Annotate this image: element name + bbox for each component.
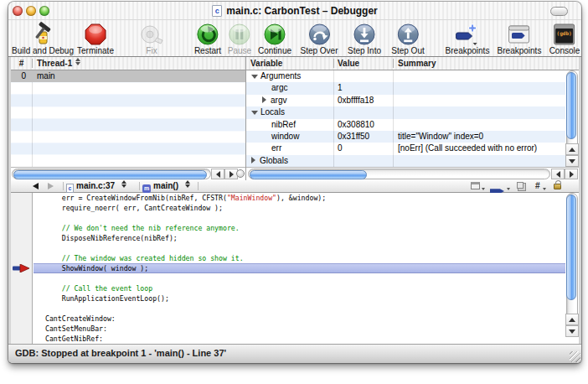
threads-pane: # Thread-1 0 main	[11, 57, 245, 180]
tape-icon	[140, 22, 163, 45]
fix-button[interactable]: Fix	[140, 22, 163, 55]
sort-indicator-icon	[75, 58, 80, 65]
disclosure-open-icon[interactable]	[251, 111, 258, 115]
scroll-down-button[interactable]	[565, 325, 579, 337]
scroll-up-button[interactable]	[565, 143, 579, 155]
status-bar: GDB: Stopped at breakpoint 1 - 'main() -…	[8, 344, 581, 363]
variable-row-arguments[interactable]: Arguments	[246, 70, 565, 82]
column-header-value[interactable]: Value	[338, 57, 359, 70]
lock-icon[interactable]	[554, 184, 561, 189]
variable-row-locals[interactable]: Locals	[246, 106, 565, 118]
debugger-window: c main.c: CarbonTest – Debugger Build an…	[8, 2, 581, 363]
code-lines[interactable]: err = CreateWindowFromNib(nibRef, CFSTR(…	[34, 193, 565, 344]
file-popup[interactable]: cmain.c:37	[66, 180, 126, 193]
stop-octagon-icon	[85, 22, 106, 45]
scrollbar-thumb[interactable]	[250, 170, 367, 179]
continue-button[interactable]: Continue	[258, 22, 291, 55]
current-line-highlight: ShowWindow( window );	[34, 263, 565, 273]
copy-icon-button[interactable]	[517, 182, 524, 189]
scrollbar-track[interactable]	[248, 169, 550, 179]
pause-button[interactable]: Pause	[228, 22, 251, 55]
column-header-number[interactable]: #	[11, 57, 32, 70]
hammer-icon	[30, 22, 55, 45]
toolbar-toggle-pill[interactable]	[550, 7, 568, 16]
terminate-button[interactable]: Terminate	[77, 22, 114, 55]
disclosure-open-icon[interactable]	[251, 75, 258, 79]
content-area: # Thread-1 0 main	[8, 57, 581, 344]
code-editor[interactable]: err = CreateWindowFromNib(nibRef, CFSTR(…	[11, 193, 579, 344]
scroll-right-button[interactable]	[565, 169, 578, 179]
variables-rows: Arguments argc1 argv0xbffffa18 Locals ni…	[246, 70, 565, 167]
splitter-handle[interactable]	[236, 169, 245, 178]
variable-row-window[interactable]: window0x31ff50title="Window" index=0	[246, 131, 565, 143]
step-into-circle-icon	[353, 22, 375, 45]
scrollbar-thumb[interactable]	[566, 195, 576, 300]
scrollbar-track[interactable]	[12, 169, 211, 179]
disclosure-closed-icon[interactable]	[262, 96, 266, 103]
variable-row-globals[interactable]: Globals	[246, 155, 565, 167]
status-text: GDB: Stopped at breakpoint 1 - 'main() -…	[15, 348, 226, 358]
threads-rows: 0 main	[11, 70, 245, 167]
scroll-down-button[interactable]	[565, 155, 579, 167]
scroll-left-button[interactable]	[211, 169, 224, 179]
close-button[interactable]	[13, 6, 23, 16]
step-over-circle-icon	[308, 22, 330, 45]
popup-arrows-icon	[121, 180, 126, 188]
breakpoint-plus-icon	[453, 22, 482, 45]
minimize-button[interactable]	[26, 6, 36, 16]
zoom-button[interactable]	[39, 6, 49, 16]
step-over-button[interactable]: Step Over	[300, 22, 338, 55]
restart-circle-icon	[197, 22, 219, 45]
build-and-debug-button[interactable]: Build and Debug	[12, 22, 74, 55]
window-icon-button[interactable]	[471, 182, 480, 189]
forward-button[interactable]	[48, 183, 54, 189]
scroll-up-button[interactable]	[565, 314, 579, 325]
svg-text:(gdb): (gdb)	[557, 30, 572, 37]
titlebar[interactable]: c main.c: CarbonTest – Debugger	[8, 2, 581, 20]
step-into-button[interactable]: Step Into	[348, 22, 381, 55]
variables-h-scrollbar	[246, 167, 579, 180]
step-out-circle-icon	[397, 22, 419, 45]
hash-icon-button[interactable]: #	[535, 181, 540, 190]
c-file-icon: c	[66, 184, 74, 193]
breakpoints-menu-button[interactable]: Breakpoints	[446, 22, 490, 55]
variable-row-argc[interactable]: argc1	[246, 82, 565, 94]
variables-pane: Variable Value Summary Arguments argc1	[245, 57, 579, 180]
breakpoints-window-icon	[508, 22, 531, 45]
variable-row-err[interactable]: err0[noErr] (Call succeeded with no erro…	[246, 143, 565, 154]
toolbar: Build and Debug Terminate Fix	[8, 20, 581, 57]
pause-circle-icon	[229, 22, 250, 45]
program-counter-arrow-icon[interactable]	[13, 264, 31, 272]
restart-button[interactable]: Restart	[194, 22, 221, 55]
window-title: main.c: CarbonTest – Debugger	[226, 5, 377, 17]
editor-v-scrollbar	[565, 193, 579, 337]
scrollbar-thumb[interactable]	[13, 170, 207, 179]
column-header-variable[interactable]: Variable	[250, 57, 282, 70]
back-button[interactable]	[33, 183, 39, 189]
threads-h-scrollbar	[11, 167, 245, 180]
scrollbar-thumb[interactable]	[566, 72, 576, 139]
debug-panes: # Thread-1 0 main	[11, 57, 579, 180]
resize-grip[interactable]	[570, 351, 580, 362]
function-popup[interactable]: mmain()	[142, 180, 190, 193]
column-header-summary[interactable]: Summary	[398, 57, 436, 70]
console-button[interactable]: (gdb) Console	[549, 22, 580, 55]
thread-row[interactable]: 0 main	[11, 70, 245, 82]
variables-v-scrollbar	[565, 70, 579, 167]
variables-header: Variable Value Summary	[246, 57, 579, 70]
caret-icon	[507, 188, 510, 190]
column-header-thread[interactable]: Thread-1	[37, 57, 80, 70]
variable-row-argv[interactable]: argv0xbffffa18	[246, 95, 565, 106]
caret-icon	[482, 188, 485, 190]
step-out-button[interactable]: Step Out	[391, 22, 424, 55]
gdb-console-icon: (gdb)	[554, 22, 575, 45]
document-icon: c	[212, 5, 222, 17]
breakpoints-window-button[interactable]: Breakpoints	[498, 22, 542, 55]
continue-circle-icon	[264, 22, 286, 45]
function-icon: m	[142, 184, 151, 193]
popup-arrows-icon	[185, 180, 190, 188]
disclosure-closed-icon[interactable]	[251, 157, 255, 163]
scroll-left-button[interactable]	[551, 169, 565, 179]
editor-navbar: cmain.c:37 mmain() #	[11, 180, 579, 193]
variable-row-nibref[interactable]: nibRef0x308810	[246, 119, 565, 131]
